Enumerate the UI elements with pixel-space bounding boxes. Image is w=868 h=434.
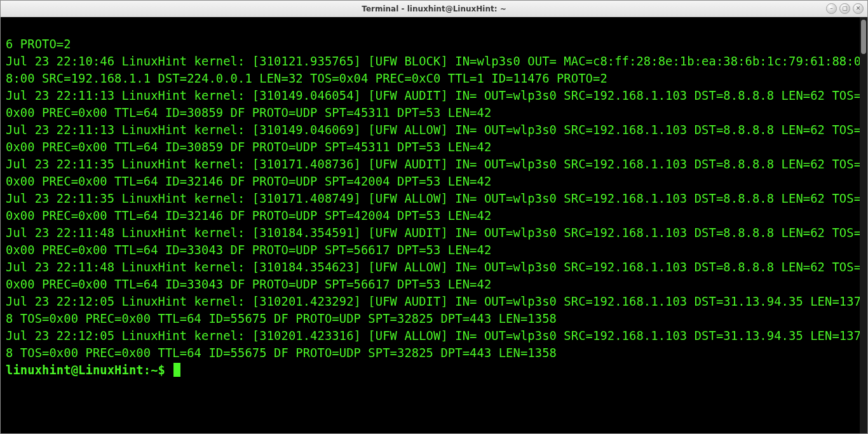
minimize-icon: – bbox=[830, 6, 833, 11]
log-line: Jul 23 22:11:13 LinuxHint kernel: [31014… bbox=[6, 121, 864, 156]
window-title: Terminal - linuxhint@LinuxHint: ~ bbox=[362, 4, 506, 13]
log-line: Jul 23 22:11:35 LinuxHint kernel: [31017… bbox=[6, 156, 864, 190]
log-line: Jul 23 22:11:48 LinuxHint kernel: [31018… bbox=[6, 259, 864, 293]
log-line: 6 PROTO=2 bbox=[6, 36, 864, 53]
prompt-separator: : bbox=[144, 363, 151, 377]
log-line: Jul 23 22:10:46 LinuxHint kernel: [31012… bbox=[6, 53, 864, 87]
prompt-path: ~ bbox=[151, 363, 158, 377]
scrollbar-thumb[interactable] bbox=[861, 20, 866, 54]
terminal-scrollbar[interactable] bbox=[860, 17, 867, 433]
log-line: Jul 23 22:11:35 LinuxHint kernel: [31017… bbox=[6, 190, 864, 224]
log-line: Jul 23 22:12:05 LinuxHint kernel: [31020… bbox=[6, 293, 864, 327]
prompt-user-host: linuxhint@LinuxHint bbox=[6, 363, 144, 377]
terminal-output[interactable]: 6 PROTO=2Jul 23 22:10:46 LinuxHint kerne… bbox=[1, 17, 867, 433]
close-button[interactable]: ✕ bbox=[853, 3, 864, 14]
log-line: Jul 23 22:11:48 LinuxHint kernel: [31018… bbox=[6, 224, 864, 259]
cursor-icon bbox=[173, 363, 180, 377]
close-icon: ✕ bbox=[856, 6, 861, 11]
titlebar-buttons: – ▢ ✕ bbox=[826, 3, 864, 14]
maximize-icon: ▢ bbox=[842, 6, 848, 11]
terminal-window: Terminal - linuxhint@LinuxHint: ~ – ▢ ✕ … bbox=[0, 0, 868, 434]
prompt-symbol: $ bbox=[158, 363, 165, 377]
log-line: Jul 23 22:11:13 LinuxHint kernel: [31014… bbox=[6, 87, 864, 121]
minimize-button[interactable]: – bbox=[826, 3, 837, 14]
titlebar: Terminal - linuxhint@LinuxHint: ~ – ▢ ✕ bbox=[1, 1, 867, 17]
maximize-button[interactable]: ▢ bbox=[839, 3, 850, 14]
log-line: Jul 23 22:12:05 LinuxHint kernel: [31020… bbox=[6, 327, 864, 362]
shell-prompt[interactable]: linuxhint@LinuxHint:~$ bbox=[6, 363, 180, 377]
